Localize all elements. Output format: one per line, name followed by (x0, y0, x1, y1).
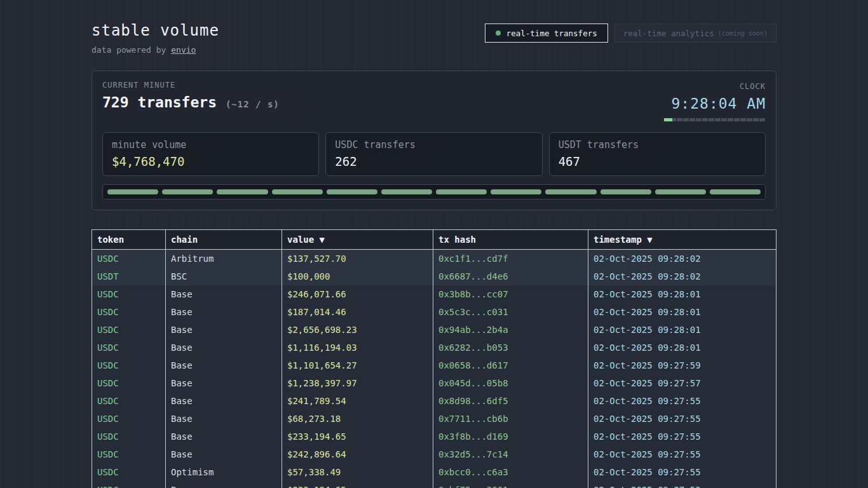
token-cell: USDC (92, 463, 166, 481)
chain-cell: Base (166, 321, 282, 339)
tx-hash-link[interactable]: 0x6282...b053 (433, 339, 588, 356)
stat-label: USDT transfers (559, 139, 756, 151)
table-row: USDC Base $1,238,397.97 0x045d...05b8 02… (92, 374, 776, 392)
stat-label: minute volume (112, 139, 309, 151)
table-row: USDC Optimism $57,338.49 0xbcc0...c6a3 0… (92, 463, 776, 481)
tx-hash-link[interactable]: 0x3f8b...d169 (433, 428, 588, 445)
table-row: USDC Base $241,789.54 0x8d98...6df5 02-O… (92, 392, 776, 410)
tx-hash-link[interactable]: 0x6687...d4e6 (433, 268, 588, 285)
tx-hash-link[interactable]: 0xc1f1...cd7f (433, 250, 588, 268)
clock-label: CLOCK (664, 82, 766, 91)
value-cell: $242,896.64 (282, 445, 433, 463)
powered-by-text: data powered by (92, 45, 171, 55)
tx-hash-link[interactable]: 0x5c3c...c031 (433, 303, 588, 321)
minute-segment (107, 189, 158, 194)
clock-progress-fill (664, 118, 672, 121)
stat-value: $4,768,470 (112, 154, 309, 168)
chain-cell: Base (166, 392, 282, 410)
column-header-value-sort[interactable]: value ▼ (282, 230, 433, 250)
value-cell: $1,116,194.03 (282, 339, 433, 356)
tx-hash-link[interactable]: 0x7711...cb6b (433, 410, 588, 428)
tx-hash-link[interactable]: 0x0658...d617 (433, 356, 588, 374)
timestamp-cell: 02-Oct-2025 09:27:53 (588, 481, 776, 488)
value-cell: $100,000 (282, 268, 433, 285)
minute-segment (655, 189, 706, 194)
tx-hash-link[interactable]: 0x3b8b...cc07 (433, 285, 588, 303)
value-cell: $246,071.66 (282, 285, 433, 303)
tx-hash-link[interactable]: 0x32d5...7c14 (433, 445, 588, 463)
minute-segment (217, 189, 268, 194)
token-cell: USDC (92, 374, 166, 392)
timestamp-cell: 02-Oct-2025 09:28:02 (588, 268, 776, 285)
timestamp-cell: 02-Oct-2025 09:27:55 (588, 410, 776, 428)
page-header: stable volume data powered by envio real… (92, 0, 776, 55)
transfers-summary: CURRENT MINUTE 729 transfers (~12 / s) (102, 81, 280, 121)
timestamp-cell: 02-Oct-2025 09:27:55 (588, 428, 776, 445)
clock-panel: CLOCK 9:28:04 AM (664, 81, 766, 121)
tx-hash-link[interactable]: 0xbf75...3661 (433, 481, 588, 488)
tx-hash-link[interactable]: 0x8d98...6df5 (433, 392, 588, 410)
chain-cell: Arbitrum (166, 250, 282, 268)
value-cell: $241,789.54 (282, 392, 433, 410)
token-cell: USDC (92, 303, 166, 321)
column-header-chain: chain (166, 230, 282, 250)
tab-realtime-analytics: real-time analytics (coming soon) (614, 24, 776, 43)
tx-hash-link[interactable]: 0x94ab...2b4a (433, 321, 588, 339)
view-switcher: real-time transfers real-time analytics … (485, 24, 776, 43)
token-cell: USDC (92, 285, 166, 303)
timestamp-cell: 02-Oct-2025 09:28:01 (588, 321, 776, 339)
minute-segment (545, 189, 596, 194)
table-row: USDC Base $233,194.65 0x3f8b...d169 02-O… (92, 428, 776, 445)
timestamp-cell: 02-Oct-2025 09:28:01 (588, 303, 776, 321)
value-cell: $1,238,397.97 (282, 374, 433, 392)
token-cell: USDC (92, 410, 166, 428)
transfers-table: token chain value ▼ tx hash timestamp ▼ … (92, 229, 776, 488)
page-container: stable volume data powered by envio real… (92, 0, 776, 488)
column-header-timestamp-sort[interactable]: timestamp ▼ (588, 230, 776, 250)
token-cell: USDC (92, 321, 166, 339)
minute-segment (272, 189, 323, 194)
live-status-dot-icon (496, 30, 501, 36)
chain-cell: Base (166, 428, 282, 445)
timestamp-cell: 02-Oct-2025 09:27:59 (588, 356, 776, 374)
chain-cell: Optimism (166, 463, 282, 481)
chain-cell: Base (166, 339, 282, 356)
transfers-count: 729 transfers (~12 / s) (102, 94, 280, 111)
tx-hash-link[interactable]: 0x045d...05b8 (433, 374, 588, 392)
tx-hash-link[interactable]: 0xbcc0...c6a3 (433, 463, 588, 481)
minute-progress-bar (664, 118, 766, 121)
value-cell: $233,194.65 (282, 481, 433, 488)
value-cell: $1,101,654.27 (282, 356, 433, 374)
value-cell: $187,014.46 (282, 303, 433, 321)
tab-realtime-transfers-label: real-time transfers (506, 29, 597, 38)
value-cell: $2,656,698.23 (282, 321, 433, 339)
minute-segment (327, 189, 377, 194)
table-row: USDC Base $1,101,654.27 0x0658...d617 02… (92, 356, 776, 374)
chain-cell: Base (166, 374, 282, 392)
minute-segment (491, 189, 541, 194)
minute-segments (102, 184, 766, 200)
branding: stable volume data powered by envio (92, 22, 219, 55)
timestamp-cell: 02-Oct-2025 09:28:01 (588, 339, 776, 356)
stat-box-minute-volume: minute volume $4,768,470 (102, 132, 319, 176)
table-row: USDC Base $187,014.46 0x5c3c...c031 02-O… (92, 303, 776, 321)
stat-boxes: minute volume $4,768,470 USDC transfers … (102, 132, 766, 176)
table-row: USDC Base $1,116,194.03 0x6282...b053 02… (92, 339, 776, 356)
token-cell: USDT (92, 268, 166, 285)
timestamp-cell: 02-Oct-2025 09:27:55 (588, 392, 776, 410)
table-body: USDC Arbitrum $137,527.70 0xc1f1...cd7f … (92, 250, 776, 488)
minute-segment (600, 189, 651, 194)
card-top-row: CURRENT MINUTE 729 transfers (~12 / s) C… (102, 81, 766, 121)
value-cell: $137,527.70 (282, 250, 433, 268)
transfers-rate: (~12 / s) (226, 99, 280, 109)
minute-segment (436, 189, 487, 194)
timestamp-cell: 02-Oct-2025 09:27:57 (588, 374, 776, 392)
chain-cell: Base (166, 410, 282, 428)
token-cell: USDC (92, 356, 166, 374)
envio-link[interactable]: envio (171, 45, 196, 55)
column-header-tx-hash: tx hash (433, 230, 588, 250)
page-title: stable volume (92, 22, 219, 39)
tab-realtime-transfers[interactable]: real-time transfers (485, 24, 608, 43)
value-cell: $68,273.18 (282, 410, 433, 428)
minute-segment (710, 189, 761, 194)
